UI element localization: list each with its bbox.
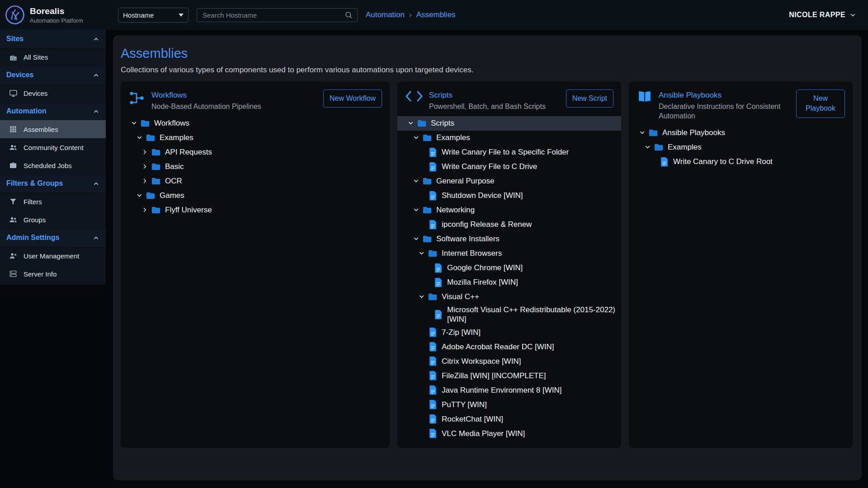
chevron-down-icon[interactable]	[134, 134, 145, 141]
card-titles: Ansible PlaybooksDeclarative Instruction…	[659, 89, 787, 121]
card-titles: WorkflowsNode-Based Automation Pipelines	[151, 89, 314, 112]
main-content: Assemblies Collections of various types …	[106, 30, 868, 488]
card-title: Scripts	[429, 91, 557, 100]
sidebar-item-groups[interactable]: Groups	[0, 211, 106, 229]
file-icon	[432, 263, 444, 273]
chevron-down-icon[interactable]	[637, 129, 647, 136]
sidebar-section-filters-groups[interactable]: Filters & Groups	[0, 174, 106, 192]
search-input[interactable]	[202, 11, 344, 19]
sidebar-section-devices[interactable]: Devices	[0, 66, 106, 84]
tree-item-workflows[interactable]: Workflows	[121, 116, 390, 131]
breadcrumb-automation[interactable]: Automation	[366, 10, 405, 19]
tree-item-scripts[interactable]: Scripts	[397, 116, 621, 131]
sidebar-item-assemblies[interactable]: Assemblies	[0, 120, 106, 138]
card-subtitle: Node-Based Automation Pipelines	[151, 102, 314, 112]
file-icon	[432, 277, 444, 287]
chevron-down-icon[interactable]	[405, 120, 416, 127]
tree-item-microsoft-visual-c-redistributable-2015-2022-win[interactable]: Microsoft Visual C++ Redistributable (20…	[397, 304, 621, 325]
chevron-down-icon[interactable]	[410, 134, 421, 141]
sidebar-section-sites[interactable]: Sites	[0, 30, 106, 48]
tree-item-label: OCR	[165, 176, 182, 186]
scripts-new-button[interactable]: New Script	[566, 89, 613, 108]
tree-item-7-zip-win[interactable]: 7-Zip [WIN]	[397, 325, 621, 339]
breadcrumb: Automation › Assemblies	[366, 10, 456, 19]
tree-item-label: Java Runtime Environment 8 [WIN]	[442, 385, 561, 395]
workflows-new-button[interactable]: New Workflow	[323, 89, 382, 108]
tree-item-examples[interactable]: Examples	[121, 131, 390, 145]
breadcrumb-separator: ›	[409, 10, 412, 19]
tree-item-write-canary-file-to-a-specific-folder[interactable]: Write Canary File to a Specific Folder	[397, 145, 621, 160]
tree-item-ipconfig-release-renew[interactable]: ipconfig Release & Renew	[397, 217, 621, 232]
tree-item-basic[interactable]: Basic	[121, 160, 390, 174]
tree-item-examples[interactable]: Examples	[397, 131, 621, 145]
tree-item-label: Ansible Playbooks	[662, 128, 725, 137]
tree-item-write-canary-to-c-drive-root[interactable]: Write Canary to C Drive Root	[629, 155, 853, 169]
sidebar-item-filters[interactable]: Filters	[0, 192, 106, 211]
tree-item-general-purpose[interactable]: General Purpose	[397, 174, 621, 188]
sidebar-item-devices[interactable]: Devices	[0, 84, 106, 102]
folder-icon	[421, 133, 433, 143]
chevron-right-icon[interactable]	[139, 206, 150, 213]
playbooks-new-button[interactable]: New Playbook	[796, 89, 845, 118]
chevron-down-icon[interactable]	[410, 235, 421, 242]
sidebar-item-community-content[interactable]: Community Content	[0, 138, 106, 156]
chevron-right-icon[interactable]	[139, 149, 150, 155]
tree-item-vlc-media-player-win[interactable]: VLC Media Player [WIN]	[397, 426, 621, 441]
workflow-icon	[128, 90, 146, 106]
file-icon	[427, 356, 439, 366]
tree-item-api-requests[interactable]: API Requests	[121, 145, 390, 160]
tree-item-networking[interactable]: Networking	[397, 203, 621, 217]
chevron-right-icon[interactable]	[139, 163, 150, 170]
tree-item-label: Write Canary File to C Drive	[442, 162, 537, 171]
tree-item-putty-win[interactable]: PuTTY [WIN]	[397, 397, 621, 412]
tree-item-visual-c[interactable]: Visual C++	[397, 290, 621, 304]
sidebar-section-label: Sites	[6, 35, 24, 43]
sidebar-item-all-sites[interactable]: All Sites	[0, 48, 106, 66]
chevron-down-icon[interactable]	[642, 144, 653, 150]
tree-item-games[interactable]: Games	[121, 188, 390, 203]
file-icon	[427, 399, 439, 409]
tree-item-ocr[interactable]: OCR	[121, 174, 390, 188]
sidebar-section-label: Devices	[6, 71, 34, 79]
tree-item-ansible-playbooks[interactable]: Ansible Playbooks	[629, 126, 853, 140]
tree-item-software-installers[interactable]: Software Installers	[397, 232, 621, 246]
tree-item-java-runtime-environment-8-win[interactable]: Java Runtime Environment 8 [WIN]	[397, 383, 621, 397]
tree-item-google-chrome-win[interactable]: Google Chrome [WIN]	[397, 261, 621, 275]
tree-item-examples[interactable]: Examples	[629, 140, 853, 155]
breadcrumb-assemblies[interactable]: Assemblies	[416, 10, 456, 19]
chevron-down-icon[interactable]	[416, 293, 427, 300]
tree-item-adobe-acrobat-reader-dc-win[interactable]: Adobe Acrobat Reader DC [WIN]	[397, 339, 621, 354]
tree-item-mozilla-firefox-win[interactable]: Mozilla Firefox [WIN]	[397, 275, 621, 290]
tree-item-rocketchat-win[interactable]: RocketChat [WIN]	[397, 412, 621, 426]
chevron-down-icon[interactable]	[410, 206, 421, 213]
chevron-down-icon[interactable]	[416, 250, 427, 257]
tree-item-label: Internet Browsers	[442, 249, 502, 258]
sidebar-item-scheduled-jobs[interactable]: Scheduled Jobs	[0, 156, 106, 174]
hostname-select[interactable]: Hostname	[118, 8, 189, 23]
code-icon	[405, 90, 423, 102]
playbooks-tree: Ansible PlaybooksExamplesWrite Canary to…	[629, 125, 853, 176]
tree-item-shutdown-device-win[interactable]: Shutdown Device [WIN]	[397, 188, 621, 203]
tree-item-write-canary-file-to-c-drive[interactable]: Write Canary File to C Drive	[397, 160, 621, 174]
sidebar-item-user-management[interactable]: User Management	[0, 247, 106, 265]
tree-item-citrix-workspace-win[interactable]: Citrix Workspace [WIN]	[397, 354, 621, 368]
tree-item-label: Mozilla Firefox [WIN]	[447, 277, 518, 287]
tree-item-label: Write Canary to C Drive Root	[673, 157, 773, 166]
chevron-down-icon[interactable]	[128, 120, 139, 127]
user-menu[interactable]: NICOLE RAPPE	[789, 11, 856, 19]
tree-item-flyff-universe[interactable]: Flyff Universe	[121, 203, 390, 217]
sidebar-item-label: Community Content	[24, 144, 84, 151]
tree-item-label: Networking	[436, 205, 475, 215]
sidebar-item-server-info[interactable]: Server Info	[0, 265, 106, 283]
tree-item-filezilla-win-incomplete[interactable]: FileZilla [WIN] [INCOMPLETE]	[397, 368, 621, 383]
sidebar-section-automation[interactable]: Automation	[0, 102, 106, 120]
tree-item-label: Examples	[668, 142, 702, 152]
tree-item-internet-browsers[interactable]: Internet Browsers	[397, 246, 621, 261]
chevron-right-icon[interactable]	[139, 178, 150, 184]
chevron-down-icon[interactable]	[134, 192, 145, 199]
file-icon	[427, 414, 439, 424]
chevron-down-icon[interactable]	[410, 178, 421, 184]
sidebar-section-admin-settings[interactable]: Admin Settings	[0, 229, 106, 247]
sidebar-item-label: Groups	[24, 216, 46, 224]
card-titles: ScriptsPowershell, Batch, and Bash Scrip…	[429, 89, 557, 112]
